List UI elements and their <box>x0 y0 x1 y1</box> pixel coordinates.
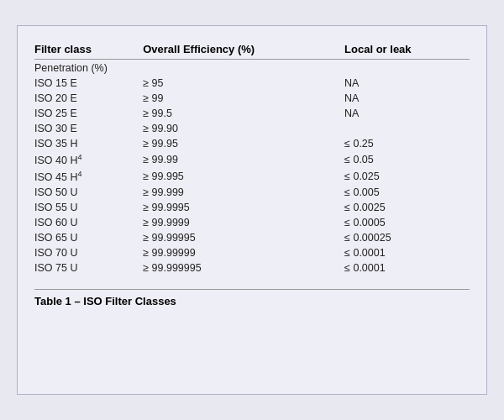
table-body: ISO 15 E≥ 95NAISO 20 E≥ 99NAISO 25 E≥ 99… <box>34 76 470 276</box>
cell-filter-class: ISO 70 U <box>34 245 143 260</box>
cell-efficiency: ≥ 99.9995 <box>143 200 344 215</box>
table-row: ISO 70 U≥ 99.99999≤ 0.0001 <box>34 245 470 260</box>
cell-local-leak: NA <box>344 91 470 106</box>
cell-local-leak: ≤ 0.00025 <box>344 230 470 245</box>
table-row: ISO 15 E≥ 95NA <box>34 76 470 91</box>
table-row: ISO 35 H≥ 99.95≤ 0.25 <box>34 136 470 151</box>
col-local-or-leak: Local or leak <box>344 39 470 60</box>
cell-filter-class: ISO 35 H <box>34 136 143 151</box>
cell-efficiency: ≥ 99.90 <box>143 121 344 136</box>
cell-local-leak: ≤ 0.005 <box>344 185 470 200</box>
table-row: ISO 25 E≥ 99.5NA <box>34 106 470 121</box>
table-subheader-row: Penetration (%) <box>34 60 470 76</box>
cell-efficiency: ≥ 99.995 <box>143 168 344 185</box>
cell-efficiency: ≥ 99.9999 <box>143 215 344 230</box>
cell-filter-class: ISO 75 U <box>34 260 143 276</box>
table-row: ISO 50 U≥ 99.999≤ 0.005 <box>34 185 470 200</box>
cell-local-leak: ≤ 0.25 <box>344 136 470 151</box>
cell-filter-class: ISO 25 E <box>34 106 143 121</box>
table-row: ISO 30 E≥ 99.90 <box>34 121 470 136</box>
table-row: ISO 65 U≥ 99.99995≤ 0.00025 <box>34 230 470 245</box>
cell-local-leak: NA <box>344 106 470 121</box>
table-header-row: Filter class Overall Efficiency (%) Loca… <box>34 39 470 60</box>
cell-efficiency: ≥ 99.99995 <box>143 230 344 245</box>
table-row: ISO 55 U≥ 99.9995≤ 0.0025 <box>34 200 470 215</box>
cell-efficiency: ≥ 99.5 <box>143 106 344 121</box>
table-row: ISO 75 U≥ 99.999995≤ 0.0001 <box>34 260 470 276</box>
cell-filter-class: ISO 20 E <box>34 91 143 106</box>
cell-filter-class: ISO 50 U <box>34 185 143 200</box>
cell-local-leak <box>344 121 470 136</box>
cell-filter-class: ISO 40 H4 <box>34 151 143 168</box>
table-row: ISO 45 H4≥ 99.995≤ 0.025 <box>34 168 470 185</box>
cell-efficiency: ≥ 99.999 <box>143 185 344 200</box>
cell-efficiency: ≥ 99 <box>143 91 344 106</box>
iso-filter-table: Filter class Overall Efficiency (%) Loca… <box>34 39 470 276</box>
cell-local-leak: ≤ 0.0001 <box>344 245 470 260</box>
cell-efficiency: ≥ 95 <box>143 76 344 91</box>
cell-filter-class: ISO 15 E <box>34 76 143 91</box>
cell-local-leak: NA <box>344 76 470 91</box>
cell-efficiency: ≥ 99.95 <box>143 136 344 151</box>
col-filter-class: Filter class <box>34 39 143 60</box>
cell-filter-class: ISO 30 E <box>34 121 143 136</box>
penetration-label: Penetration (%) <box>34 60 470 76</box>
table-row: ISO 60 U≥ 99.9999≤ 0.0005 <box>34 215 470 230</box>
cell-local-leak: ≤ 0.0025 <box>344 200 470 215</box>
cell-filter-class: ISO 45 H4 <box>34 168 143 185</box>
cell-local-leak: ≤ 0.0001 <box>344 260 470 276</box>
table-row: ISO 20 E≥ 99NA <box>34 91 470 106</box>
cell-filter-class: ISO 55 U <box>34 200 143 215</box>
cell-filter-class: ISO 60 U <box>34 215 143 230</box>
col-overall-efficiency: Overall Efficiency (%) <box>143 39 344 60</box>
cell-efficiency: ≥ 99.99 <box>143 151 344 168</box>
cell-local-leak: ≤ 0.0005 <box>344 215 470 230</box>
cell-filter-class: ISO 65 U <box>34 230 143 245</box>
table-container: Filter class Overall Efficiency (%) Loca… <box>17 25 487 395</box>
cell-local-leak: ≤ 0.05 <box>344 151 470 168</box>
cell-efficiency: ≥ 99.999995 <box>143 260 344 276</box>
table-row: ISO 40 H4≥ 99.99≤ 0.05 <box>34 151 470 168</box>
table-caption: Table 1 – ISO Filter Classes <box>34 289 470 307</box>
cell-local-leak: ≤ 0.025 <box>344 168 470 185</box>
cell-efficiency: ≥ 99.99999 <box>143 245 344 260</box>
